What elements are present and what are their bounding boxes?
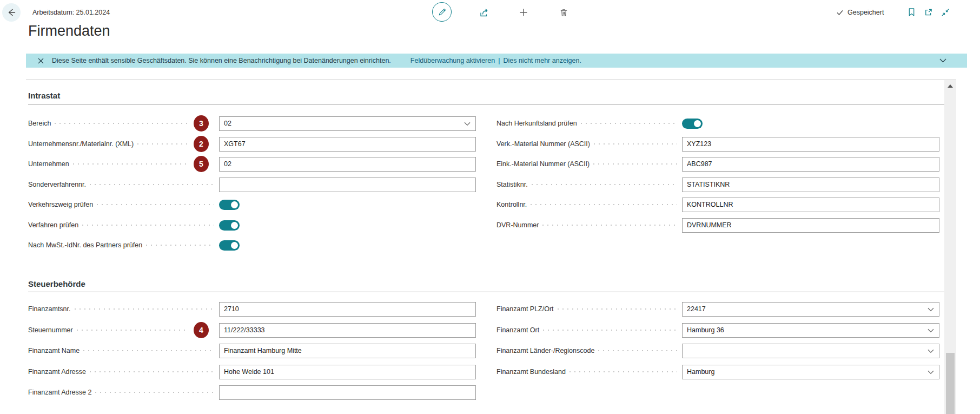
combobox[interactable]: Hamburg 36 <box>682 323 939 338</box>
text-input[interactable] <box>219 157 476 172</box>
toggle-switch[interactable] <box>219 240 240 251</box>
bookmark-button[interactable] <box>908 8 916 17</box>
section-rule-intrastat <box>28 104 956 104</box>
field-label: Finanzamt Ort <box>496 326 539 334</box>
collapse-button[interactable] <box>941 8 950 17</box>
dotted-leader <box>83 350 214 351</box>
scrollbar-up-arrow-icon[interactable] <box>948 84 953 88</box>
field-row: Finanzamt BundeslandHamburg <box>496 364 939 379</box>
field-row: Finanzamt Adresse 2 <box>28 385 476 400</box>
field-row: Finanzamtsnr. <box>28 301 476 317</box>
content-divider <box>26 79 956 80</box>
share-button[interactable] <box>478 6 490 18</box>
combobox[interactable]: 02 <box>219 116 476 131</box>
trash-icon <box>559 8 568 17</box>
dotted-leader <box>581 123 677 124</box>
field-label: Finanzamtsnr. <box>28 305 71 313</box>
pencil-icon <box>438 8 447 17</box>
toggle-switch[interactable] <box>219 220 240 231</box>
close-icon <box>38 58 44 64</box>
notification-links: Feldüberwachung aktivieren|Dies nicht me… <box>410 57 581 64</box>
combobox[interactable] <box>682 344 939 358</box>
field-label: DVR-Nummer <box>496 221 539 229</box>
text-input[interactable] <box>219 302 476 317</box>
field-label: Nach MwSt.-IdNr. des Partners prüfen <box>28 241 142 249</box>
section-title-intrastat: Intrastat <box>28 91 60 100</box>
field-row: Unternehmen5 <box>28 156 476 172</box>
chevron-down-icon <box>939 58 946 63</box>
dotted-leader <box>542 225 677 226</box>
open-in-new-window-button[interactable] <box>924 8 933 17</box>
field-label: Nach Herkunftsland prüfen <box>496 120 577 127</box>
dotted-leader <box>531 204 677 205</box>
text-input[interactable] <box>219 323 476 338</box>
field-row: Bereich302 <box>28 116 476 131</box>
share-icon <box>479 8 489 18</box>
text-input[interactable] <box>219 344 476 358</box>
field-label: Finanzamt Adresse <box>28 368 86 376</box>
field-row: Verfahren prüfen <box>28 218 476 233</box>
field-row: Verk.-Material Nummer (ASCII) <box>496 136 939 152</box>
field-label: Finanzamt PLZ/Ort <box>496 305 554 313</box>
field-row: Verkehrszweig prüfen <box>28 197 476 212</box>
field-label: Finanzamt Länder-/Regionscode <box>496 347 594 354</box>
dotted-leader <box>558 308 677 310</box>
dotted-leader <box>570 371 677 372</box>
combobox-value: 22417 <box>687 305 706 313</box>
text-input[interactable] <box>682 137 939 152</box>
edit-button[interactable] <box>432 2 452 22</box>
field-label: Verfahren prüfen <box>28 221 78 229</box>
text-input[interactable] <box>682 157 939 172</box>
delete-button[interactable] <box>558 6 570 18</box>
notification-link-separator: | <box>498 57 500 64</box>
notification-action-link[interactable]: Feldüberwachung aktivieren <box>410 57 495 64</box>
toggle-knob <box>231 222 238 229</box>
toggle-knob <box>694 120 701 127</box>
field-row: Nach Herkunftsland prüfen <box>496 116 939 131</box>
field-label: Finanzamt Name <box>28 347 80 354</box>
dotted-leader <box>90 371 214 372</box>
bookmark-icon <box>908 8 916 17</box>
combobox[interactable]: Hamburg <box>682 365 939 379</box>
back-button[interactable] <box>2 3 21 22</box>
add-button[interactable] <box>518 6 529 18</box>
combobox-value: 02 <box>224 120 231 127</box>
text-input[interactable] <box>219 137 476 152</box>
toggle-switch[interactable] <box>219 200 240 210</box>
field-row: Finanzamt OrtHamburg 36 <box>496 323 939 338</box>
close-notification-button[interactable] <box>38 58 44 64</box>
open-in-new-window-icon <box>924 8 933 17</box>
dotted-leader <box>77 330 189 331</box>
text-input[interactable] <box>219 385 476 400</box>
text-input[interactable] <box>682 218 939 233</box>
combobox[interactable]: 22417 <box>682 302 939 317</box>
text-input[interactable] <box>682 198 939 212</box>
text-input[interactable] <box>219 365 476 379</box>
field-row: Finanzamt Länder-/Regionscode <box>496 343 939 358</box>
text-input[interactable] <box>219 178 476 192</box>
intrastat-left-column: Bereich302Unternehmensnr./Materialnr. (X… <box>28 116 476 259</box>
intrastat-right-column: Nach Herkunftsland prüfenVerk.-Material … <box>496 116 939 259</box>
annotation-badge: 4 <box>194 322 209 338</box>
chevron-down-icon <box>928 370 934 374</box>
notification-message: Diese Seite enthält sensible Geschäftsda… <box>52 57 391 64</box>
chevron-down-icon <box>928 307 934 312</box>
field-row: Finanzamt Adresse <box>28 364 476 379</box>
dotted-leader <box>137 143 189 144</box>
notification-expand-button[interactable] <box>939 58 946 63</box>
annotation-badge: 5 <box>194 156 209 172</box>
field-row: Unternehmensnr./Materialnr. (XML)2 <box>28 136 476 152</box>
dotted-leader <box>55 123 189 124</box>
field-label: Verkehrszweig prüfen <box>28 201 93 208</box>
dotted-leader <box>82 225 214 226</box>
field-row: Eink.-Material Nummer (ASCII) <box>496 156 939 172</box>
field-row: Finanzamt Name <box>28 343 476 358</box>
notification-dismiss-link[interactable]: Dies nicht mehr anzeigen. <box>503 57 581 64</box>
text-input[interactable] <box>682 178 939 192</box>
field-row: Sonderverfahrennr. <box>28 177 476 192</box>
window-actions <box>908 0 950 24</box>
field-label: Steuernummer <box>28 326 73 334</box>
dotted-leader <box>593 163 677 165</box>
scrollbar-thumb[interactable] <box>946 353 955 414</box>
toggle-switch[interactable] <box>682 119 703 129</box>
